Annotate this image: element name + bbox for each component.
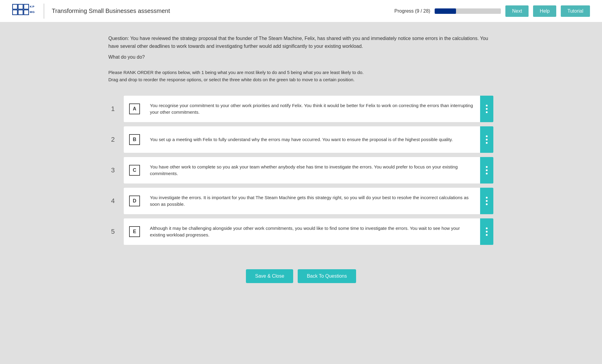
dot [486, 111, 488, 113]
save-close-button[interactable]: Save & Close [246, 269, 293, 283]
option-handle-5[interactable] [480, 218, 493, 245]
progress-label: Progress (9 / 28) [394, 8, 430, 14]
instruction-line2: Drag and drop to reorder the response op… [108, 77, 355, 82]
dot [486, 173, 488, 174]
dots-icon-1 [486, 105, 488, 113]
option-row-5: 5 E Although it may be challenging along… [108, 218, 494, 245]
option-card-1[interactable]: A You recognise your commitment to your … [123, 95, 494, 122]
dot [486, 234, 488, 236]
option-card-4[interactable]: D You investigate the errors. It is impo… [123, 187, 494, 214]
option-number-4: 4 [108, 197, 117, 205]
option-number-5: 5 [108, 228, 117, 236]
header-right: Progress (9 / 28) Next Help Tutorial [394, 5, 590, 17]
dots-icon-5 [486, 227, 488, 236]
option-letter-box-1: A [124, 96, 145, 122]
svg-rect-0 [13, 4, 17, 9]
dots-icon-3 [486, 166, 488, 174]
dot [486, 108, 488, 110]
option-handle-1[interactable] [480, 96, 493, 122]
svg-text:M: M [30, 10, 32, 13]
back-to-questions-button[interactable]: Back To Questions [298, 269, 356, 283]
header-divider [44, 4, 44, 19]
svg-text:G: G [33, 10, 35, 13]
option-card-5[interactable]: E Although it may be challenging alongsi… [123, 218, 494, 245]
option-letter-A: A [129, 103, 140, 114]
svg-text:K: K [30, 5, 32, 8]
next-button[interactable]: Next [505, 5, 529, 17]
dot [486, 139, 488, 140]
option-text-2: You set up a meeting with Felix to fully… [145, 126, 480, 153]
option-letter-D: D [129, 196, 140, 206]
kpmg-logo: K P M G [12, 4, 36, 19]
header-title: Transforming Small Businesses assessment [52, 8, 170, 14]
instruction-line1: Please RANK ORDER the options below, wit… [108, 70, 364, 75]
header: K P M G Transforming Small Businesses as… [0, 0, 602, 23]
dot [486, 169, 488, 171]
help-button[interactable]: Help [533, 5, 556, 17]
dots-icon-2 [486, 135, 488, 144]
svg-rect-3 [13, 10, 17, 15]
option-number-2: 2 [108, 136, 117, 143]
option-letter-box-4: D [124, 188, 145, 214]
option-handle-2[interactable] [480, 126, 493, 153]
instruction-text: Please RANK ORDER the options below, wit… [108, 69, 494, 83]
svg-rect-1 [18, 4, 23, 9]
progress-bar [435, 8, 501, 14]
option-text-3: You have other work to complete so you a… [145, 157, 480, 184]
option-text-5: Although it may be challenging alongside… [145, 218, 480, 245]
svg-text:P: P [33, 5, 35, 8]
option-card-3[interactable]: C You have other work to complete so you… [123, 157, 494, 184]
option-number-1: 1 [108, 105, 117, 113]
option-row-1: 1 A You recognise your commitment to you… [108, 95, 494, 122]
question-text: Question: You have reviewed the strategy… [108, 35, 494, 50]
dot [486, 135, 488, 137]
logo-area: K P M G [12, 4, 36, 19]
option-text-4: You investigate the errors. It is import… [145, 188, 480, 214]
option-row-2: 2 B You set up a meeting with Felix to f… [108, 126, 494, 153]
option-card-2[interactable]: B You set up a meeting with Felix to ful… [123, 126, 494, 153]
dot [486, 105, 488, 106]
option-handle-3[interactable] [480, 157, 493, 184]
dot [486, 142, 488, 144]
option-row-3: 3 C You have other work to complete so y… [108, 157, 494, 184]
options-list: 1 A You recognise your commitment to you… [108, 95, 494, 245]
dot [486, 231, 488, 233]
option-letter-C: C [129, 165, 140, 176]
footer-buttons: Save & Close Back To Questions [108, 260, 494, 295]
dot [486, 166, 488, 168]
dot [486, 200, 488, 202]
option-number-3: 3 [108, 166, 117, 174]
what-do-text: What do you do? [108, 54, 494, 60]
progress-bar-fill [435, 8, 456, 14]
dot [486, 227, 488, 229]
svg-rect-2 [24, 4, 29, 9]
dots-icon-4 [486, 197, 488, 205]
option-text-1: You recognise your commitment to your ot… [145, 96, 480, 122]
dot [486, 197, 488, 199]
option-letter-E: E [129, 226, 140, 237]
svg-rect-5 [24, 10, 29, 15]
svg-rect-4 [18, 10, 23, 15]
option-row-4: 4 D You investigate the errors. It is im… [108, 187, 494, 214]
option-letter-box-3: C [124, 157, 145, 184]
tutorial-button[interactable]: Tutorial [561, 5, 590, 17]
option-letter-B: B [129, 134, 140, 145]
dot [486, 203, 488, 205]
option-letter-box-5: E [124, 218, 145, 245]
option-handle-4[interactable] [480, 188, 493, 214]
main-content: Question: You have reviewed the strategy… [90, 23, 512, 307]
option-letter-box-2: B [124, 126, 145, 153]
